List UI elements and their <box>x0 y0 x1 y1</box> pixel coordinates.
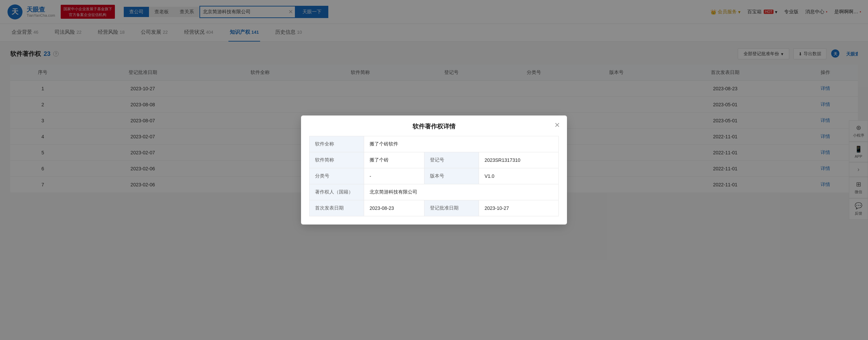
modal-detail-table: 软件全称 搬了个砖软件 软件简称 搬了个砖 登记号 2023SR1317310 … <box>309 136 559 216</box>
label-publish-date: 首次发表日期 <box>310 200 364 216</box>
value-approval-date: 2023-10-27 <box>479 200 559 216</box>
value-software-shortname: 搬了个砖 <box>364 152 424 168</box>
modal-row-fullname: 软件全称 搬了个砖软件 <box>310 136 559 152</box>
modal-header: 软件著作权详情 ✕ <box>301 115 567 136</box>
modal-close-button[interactable]: ✕ <box>554 122 560 128</box>
value-owner: 北京简游科技有限公司 <box>364 184 559 200</box>
modal: 软件著作权详情 ✕ 软件全称 搬了个砖软件 软件简称 搬了个砖 登记号 2023… <box>301 115 567 225</box>
label-software-fullname: 软件全称 <box>310 136 364 152</box>
modal-row-shortname: 软件简称 搬了个砖 登记号 2023SR1317310 <box>310 152 559 168</box>
value-category: - <box>364 168 424 184</box>
label-software-shortname: 软件简称 <box>310 152 364 168</box>
label-approval-date: 登记批准日期 <box>424 200 479 216</box>
label-category: 分类号 <box>310 168 364 184</box>
modal-body: 软件全称 搬了个砖软件 软件简称 搬了个砖 登记号 2023SR1317310 … <box>301 136 567 225</box>
value-version: V1.0 <box>479 168 559 184</box>
label-version: 版本号 <box>424 168 479 184</box>
modal-row-dates: 首次发表日期 2023-08-23 登记批准日期 2023-10-27 <box>310 200 559 216</box>
label-owner: 著作权人（国籍） <box>310 184 364 200</box>
modal-overlay[interactable]: 软件著作权详情 ✕ 软件全称 搬了个砖软件 软件简称 搬了个砖 登记号 2023… <box>0 0 868 340</box>
modal-row-owner: 著作权人（国籍） 北京简游科技有限公司 <box>310 184 559 200</box>
modal-row-category: 分类号 - 版本号 V1.0 <box>310 168 559 184</box>
value-publish-date: 2023-08-23 <box>364 200 424 216</box>
value-software-fullname: 搬了个砖软件 <box>364 136 559 152</box>
modal-title: 软件著作权详情 <box>413 122 455 130</box>
value-reg-no: 2023SR1317310 <box>479 152 559 168</box>
label-reg-no: 登记号 <box>424 152 479 168</box>
